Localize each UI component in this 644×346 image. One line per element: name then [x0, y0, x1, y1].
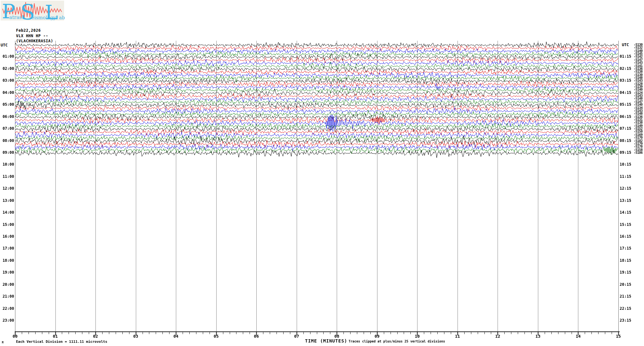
minute-tick-label: 02 — [90, 334, 101, 339]
left-time-label: 03:00 — [0, 78, 14, 83]
right-time-label: 20:15 — [620, 282, 631, 287]
trace-offset-value: -5148 — [634, 112, 643, 115]
minute-tick-label: 09 — [372, 334, 383, 339]
left-time-label: 04:00 — [0, 90, 14, 95]
right-time-label: 07:15 — [620, 126, 631, 131]
right-time-label: 13:15 — [620, 198, 631, 203]
minute-tick-label: 10 — [412, 334, 423, 339]
left-time-label: 12:00 — [0, 186, 14, 191]
trace-offset-value: -5170 — [634, 136, 643, 139]
right-time-label: 12:15 — [620, 186, 631, 191]
trace-offset-value: -5178 — [634, 145, 643, 148]
left-time-label: 17:00 — [0, 246, 14, 251]
right-time-label: 04:15 — [620, 90, 631, 95]
left-time-label: 05:00 — [0, 102, 14, 107]
left-time-label: 01:00 — [0, 54, 14, 59]
minute-tick-label: 15 — [613, 334, 624, 339]
right-time-label: 18:15 — [620, 258, 631, 263]
left-time-label: 21:00 — [0, 294, 14, 299]
left-time-label: 18:00 — [0, 258, 14, 263]
right-time-label: 16:15 — [620, 234, 631, 239]
seismogram-plot-area — [0, 0, 644, 346]
right-time-label: 02:15 — [620, 66, 631, 71]
right-time-label: 17:15 — [620, 246, 631, 251]
left-time-label: 16:00 — [0, 234, 14, 239]
right-time-label: 11:15 — [620, 174, 631, 179]
minute-tick-label: 00 — [10, 334, 21, 339]
left-time-label: 08:00 — [0, 138, 14, 143]
minute-tick-label: 07 — [291, 334, 302, 339]
minute-tick-label: 11 — [452, 334, 463, 339]
left-time-label: 13:00 — [0, 198, 14, 203]
trace-offset-value: -5143 — [634, 61, 643, 64]
right-time-label: 09:15 — [620, 150, 631, 155]
right-time-label: 21:15 — [620, 294, 631, 299]
left-time-label: 07:00 — [0, 126, 14, 131]
left-time-label: 20:00 — [0, 282, 14, 287]
left-time-label: 06:00 — [0, 114, 14, 119]
trace-offset-value: -5143 — [634, 79, 643, 82]
helicorder-page: P atras S eismology L ab Feb22,2026 VLX … — [0, 0, 644, 346]
right-time-label: 05:15 — [620, 102, 631, 107]
right-time-label: 19:15 — [620, 270, 631, 275]
scale-note: Each Vertical Division = 1111.11 microvo… — [16, 340, 107, 344]
right-time-label: 10:15 — [620, 162, 631, 167]
left-time-label: 19:00 — [0, 270, 14, 275]
x-axis-title: TIME (MINUTES) — [305, 338, 347, 343]
minute-tick-label: 01 — [50, 334, 61, 339]
trace-offset-value: -5138 — [634, 121, 643, 124]
minute-tick-label: 05 — [211, 334, 222, 339]
left-time-label: 11:00 — [0, 174, 14, 179]
right-time-label: 23:15 — [620, 318, 631, 323]
right-time-label: 08:15 — [620, 138, 631, 143]
minute-tick-label: 03 — [130, 334, 141, 339]
right-time-label: 14:15 — [620, 210, 631, 215]
minute-tick-label: 14 — [573, 334, 583, 339]
trace-offset-value: -5140 — [634, 103, 643, 106]
right-time-label: 03:15 — [620, 78, 631, 83]
left-time-label: 09:00 — [0, 150, 14, 155]
minute-tick-label: 12 — [492, 334, 503, 339]
clip-note: Traces clipped at plus/minus 25 vertical… — [349, 340, 445, 343]
trace-offset-value: -5132 — [634, 46, 643, 49]
trace-offset-value: -5138 — [634, 70, 643, 73]
left-time-label: 02:00 — [0, 66, 14, 71]
right-time-label: 22:15 — [620, 306, 631, 311]
minute-tick-label: 13 — [533, 334, 543, 339]
corner-mark: M — [2, 341, 4, 344]
left-time-label: 23:00 — [0, 318, 14, 323]
left-time-label: 14:00 — [0, 210, 14, 215]
minute-tick-label: 06 — [251, 334, 262, 339]
left-time-label: 10:00 — [0, 162, 14, 167]
right-time-label: 06:15 — [620, 114, 631, 119]
minute-tick-label: 08 — [331, 334, 342, 339]
right-time-label: 15:15 — [620, 222, 631, 227]
left-time-label: 22:00 — [0, 306, 14, 311]
trace-offset-value: -5186 — [634, 151, 643, 154]
minute-tick-label: 04 — [170, 334, 181, 339]
right-time-label: 01:15 — [620, 54, 631, 59]
left-time-label: 15:00 — [0, 222, 14, 227]
